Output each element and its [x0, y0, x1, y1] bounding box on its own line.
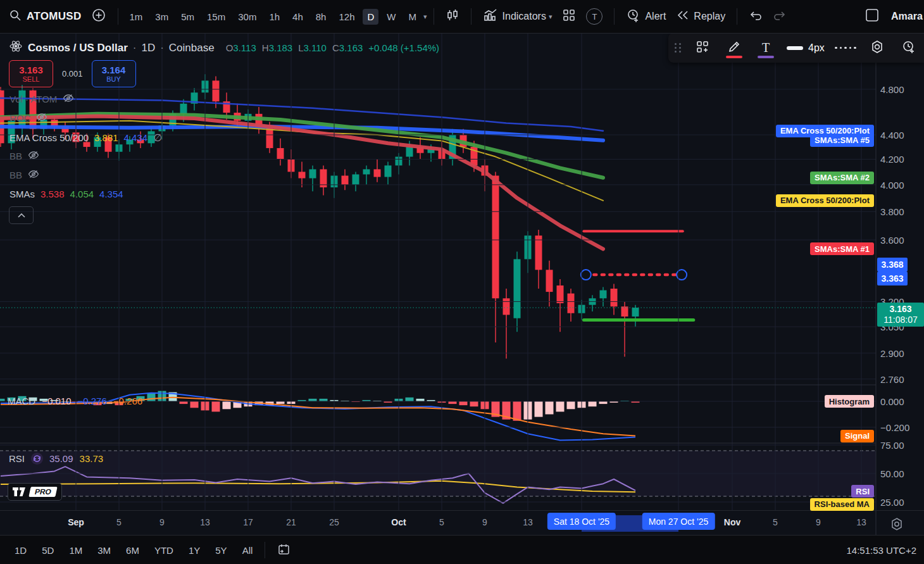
legend-row-ema-cross[interactable]: EMA Cross 50/200 3.881 4.434 ∅ [9, 132, 162, 144]
collapse-legend-button[interactable] [9, 206, 34, 224]
clock-label[interactable]: 14:51:53 UTC+2 [847, 545, 917, 556]
add-template-button[interactable] [692, 37, 713, 59]
timeframe-button-5m[interactable]: 5m [177, 9, 199, 25]
exchange-label[interactable]: Coinbase [169, 42, 215, 54]
replay-button[interactable]: Replay [671, 5, 730, 28]
macd-scale-label[interactable]: −0.200 [880, 422, 909, 433]
chart-style-button[interactable] [440, 5, 465, 28]
timeframe-button-15m[interactable]: 15m [203, 9, 230, 25]
legend-row-roc[interactable]: ROC [9, 113, 47, 123]
timeframe-button-4h[interactable]: 4h [288, 9, 308, 25]
save-layout-button[interactable] [859, 5, 885, 28]
add-alert-button[interactable] [898, 37, 920, 59]
time-tick-sep: Sep [68, 517, 84, 527]
text-color-button[interactable]: T [755, 37, 777, 59]
legend-row-volume[interactable]: Vol · ATOM [9, 94, 74, 104]
macd-histogram-value: −0.010 [42, 396, 71, 406]
date-range-badge[interactable]: Mon 27 Oct '25 [642, 513, 715, 530]
buy-button[interactable]: 3.164 BUY [92, 60, 136, 87]
time-tick-21: 21 [286, 517, 296, 527]
layout-name[interactable]: Amara [891, 11, 924, 22]
alert-button[interactable]: Alert [621, 5, 671, 28]
indicator-axis-badge[interactable]: SMAs:SMA #1 [810, 242, 874, 255]
redo-button[interactable] [768, 5, 792, 28]
buy-price: 3.164 [102, 65, 126, 75]
drag-handle[interactable] [675, 43, 682, 53]
eye-off-icon[interactable] [36, 113, 47, 123]
go-to-date-button[interactable] [272, 539, 296, 561]
timeframe-button-3m[interactable]: 3m [151, 9, 173, 25]
range-button-1d[interactable]: 1D [9, 542, 32, 558]
rsi-based-ma-axis-badge[interactable]: RSI-based MA [810, 498, 874, 511]
legend-row-bb1[interactable]: BB [9, 151, 39, 161]
rsi-axis-badge[interactable]: RSI [851, 485, 874, 498]
timeframe-button-W[interactable]: W [382, 9, 400, 25]
draw-color-button[interactable] [723, 37, 745, 59]
price-scale-label[interactable]: 4.200 [880, 154, 904, 165]
price-scale-label[interactable]: 4.800 [880, 84, 904, 95]
price-scale-label[interactable]: 4.400 [880, 130, 904, 141]
tv-mark-icon [12, 487, 26, 497]
chevron-down-icon[interactable]: ▾ [423, 13, 427, 21]
price-scale-label[interactable]: 3.600 [880, 235, 904, 246]
timeframe-button-1m[interactable]: 1m [125, 9, 147, 25]
templates-button[interactable]: T [581, 5, 608, 28]
timeframe-button-30m[interactable]: 30m [234, 9, 261, 25]
timeframe-button-8h[interactable]: 8h [311, 9, 331, 25]
range-button-5y[interactable]: 5Y [209, 542, 232, 558]
eye-off-icon[interactable] [28, 170, 39, 180]
macd-legend[interactable]: MACD −0.010 −0.276 −0.266 [8, 396, 142, 406]
range-button-3m[interactable]: 3M [92, 542, 116, 558]
eye-off-icon[interactable] [63, 94, 74, 104]
tradingview-logo[interactable]: PRO [8, 483, 62, 501]
price-scale-label[interactable]: 2.760 [880, 373, 904, 384]
date-range-badge[interactable]: Sat 18 Oct '25 [547, 513, 616, 530]
timeframe-button-12h[interactable]: 12h [334, 9, 359, 25]
signal-axis-badge[interactable]: Signal [840, 430, 874, 442]
sell-button[interactable]: 3.163 SELL [9, 60, 53, 87]
interval-label[interactable]: 1D [141, 42, 155, 54]
timeframe-button-D[interactable]: D [363, 9, 378, 25]
indicator-axis-badge[interactable]: SMAs:SMA #2 [810, 172, 874, 184]
symbol-search-button[interactable]: ATOMUSD [4, 5, 86, 28]
compare-add-button[interactable] [86, 5, 111, 28]
rsi-scale-label[interactable]: 50.00 [880, 468, 904, 479]
rsi-scale-label[interactable]: 75.00 [880, 440, 904, 451]
time-axis[interactable]: Sep5913172125Oct5913Nov5913Sat 18 Oct '2… [0, 510, 924, 536]
legend-label: ROC [9, 113, 30, 123]
indicators-button[interactable]: Indicators ▾ [478, 5, 558, 28]
rsi-scale-label[interactable]: 25.00 [880, 497, 904, 508]
range-button-all[interactable]: All [237, 542, 259, 558]
settings-button[interactable] [866, 37, 888, 59]
symbol-search-value[interactable]: ATOMUSD [27, 10, 81, 23]
price-scale-label[interactable]: 3.800 [880, 206, 904, 217]
indicator-axis-badge[interactable]: EMA Cross 50/200:Plot [776, 194, 874, 207]
timezone-settings-button[interactable] [889, 517, 904, 534]
range-button-1m[interactable]: 1M [63, 542, 88, 558]
eye-off-icon[interactable] [28, 151, 39, 161]
layout-grid-button[interactable] [557, 5, 581, 28]
range-button-5d[interactable]: 5D [36, 542, 59, 558]
chart-canvas[interactable] [0, 0, 924, 564]
range-button-ytd[interactable]: YTD [149, 542, 179, 558]
undo-icon [749, 9, 763, 23]
histogram-axis-badge[interactable]: Histogram [825, 395, 874, 408]
macd-scale-label[interactable]: 0.000 [880, 396, 904, 407]
refresh-icon[interactable] [31, 453, 43, 465]
timeframe-button-M[interactable]: M [404, 9, 421, 25]
line-style-button[interactable] [835, 37, 856, 59]
undo-button[interactable] [744, 5, 768, 28]
line-width-button[interactable]: 4px [787, 42, 825, 54]
selected-draw-color [726, 56, 742, 58]
price-scale-label[interactable]: 4.000 [880, 179, 904, 190]
legend-row-smas[interactable]: SMAs 3.538 4.054 4.354 [9, 189, 123, 199]
legend-row-bb2[interactable]: BB [9, 170, 39, 180]
rsi-legend[interactable]: RSI 35.09 33.73 [9, 453, 103, 465]
range-button-6m[interactable]: 6M [120, 542, 145, 558]
price-scale-label[interactable]: 2.900 [880, 348, 904, 358]
timeframe-button-1h[interactable]: 1h [265, 9, 284, 25]
indicator-axis-badge[interactable]: SMAs:SMA #5 [810, 134, 874, 147]
last-price-label: 3.16311:08:07 [877, 303, 924, 327]
symbol-name[interactable]: Cosmos / US Dollar [28, 42, 128, 54]
range-button-1y[interactable]: 1Y [183, 542, 206, 558]
